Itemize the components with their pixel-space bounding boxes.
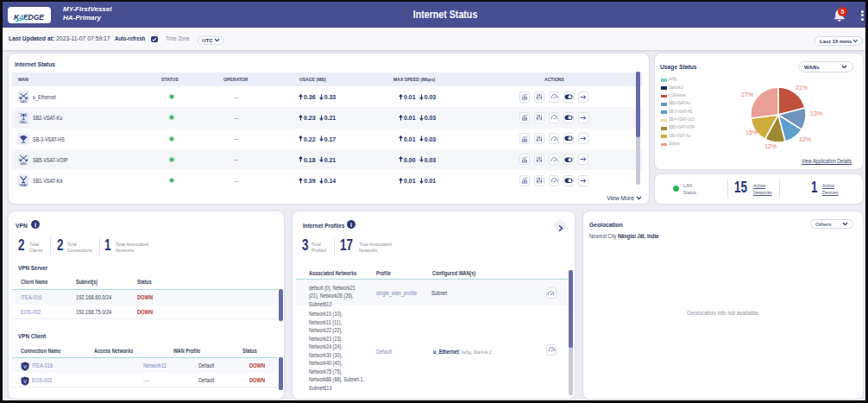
svg-text:VSAT: VSAT [20,183,28,186]
svg-text:i: i [35,222,36,228]
svg-text:LEO: LEO [21,99,27,102]
svg-text:CELL: CELL [20,120,28,123]
svg-text:V: V [23,378,27,383]
svg-text:i: i [350,222,352,228]
svg-text:LEO: LEO [21,162,27,165]
svg-text:V: V [23,364,27,369]
svg-text:5: 5 [841,9,845,15]
